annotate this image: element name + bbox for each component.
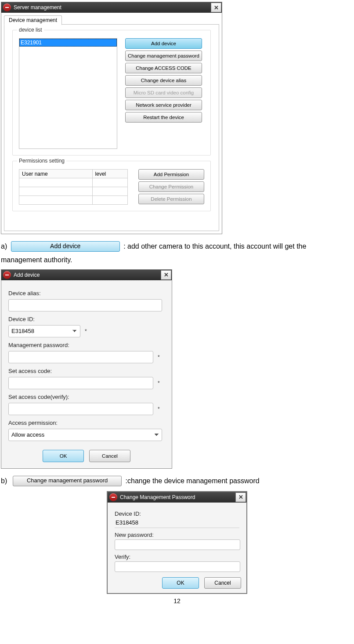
close-icon[interactable]: ✕ xyxy=(235,492,246,502)
close-icon[interactable]: ✕ xyxy=(161,270,171,280)
titlebar: Change Management Password ✕ xyxy=(108,492,246,503)
close-icon[interactable]: ✕ xyxy=(211,3,221,12)
list-marker: b) xyxy=(1,477,7,484)
paragraph-text: : add other camera to this account, this… xyxy=(123,242,306,250)
server-management-window: Server management ✕ Device management de… xyxy=(1,2,222,234)
paragraph-a: a) Add device : add other camera to this… xyxy=(1,239,353,267)
window-title: Add device xyxy=(14,272,161,278)
access-permission-select[interactable]: Allow access xyxy=(8,429,162,441)
group-permissions: Permissions setting User name level Add … xyxy=(12,161,211,211)
label-management-password: Management password: xyxy=(8,342,165,348)
add-permission-button[interactable]: Add Permission xyxy=(138,169,204,180)
titlebar: Server management ✕ xyxy=(1,2,222,13)
ok-button[interactable]: OK xyxy=(162,577,199,589)
table-row xyxy=(19,196,128,205)
network-service-provider-button[interactable]: Network service provider xyxy=(125,100,202,110)
group-device-list: device list E321901 Add device Change ma… xyxy=(12,30,211,156)
group-label: Permissions setting xyxy=(17,158,66,164)
label-device-id: Device ID: xyxy=(8,316,165,322)
device-id-select[interactable]: E318458 xyxy=(8,325,80,337)
app-icon xyxy=(3,271,11,279)
new-password-input[interactable] xyxy=(115,539,240,550)
table-row xyxy=(19,178,128,187)
label-device-alias: Device alias: xyxy=(8,290,165,297)
group-label: device list xyxy=(17,27,44,33)
app-icon xyxy=(109,493,117,501)
required-marker: * xyxy=(85,328,87,334)
micro-sd-config-button: Micro SD card video config xyxy=(125,87,202,98)
change-access-code-button[interactable]: Change ACCESS CODE xyxy=(125,63,202,73)
inline-add-device-button[interactable]: Add device xyxy=(11,241,120,252)
list-marker: a) xyxy=(1,242,7,250)
device-listbox[interactable]: E321901 xyxy=(19,38,117,149)
restart-device-button[interactable]: Restart the device xyxy=(125,112,202,123)
label-new-password: New password: xyxy=(115,532,239,538)
access-code-input[interactable] xyxy=(8,377,153,389)
inline-change-password-button[interactable]: Change management password xyxy=(13,476,122,486)
titlebar: Add device ✕ xyxy=(1,270,172,280)
change-permission-button[interactable]: Change Permission xyxy=(138,181,204,192)
page-number: 12 xyxy=(1,597,353,604)
change-password-dialog: Change Management Password ✕ Device ID: … xyxy=(107,491,247,594)
table-row xyxy=(19,187,128,196)
label-set-access-code-verify: Set access code(verify): xyxy=(8,394,165,400)
access-code-verify-input[interactable] xyxy=(8,403,153,415)
label-set-access-code: Set access code: xyxy=(8,368,165,374)
paragraph-text: :change the device management password xyxy=(126,477,260,484)
permissions-table: User name level xyxy=(19,169,128,205)
delete-permission-button[interactable]: Delete Permission xyxy=(138,194,204,204)
management-password-input[interactable] xyxy=(8,351,153,363)
cancel-button[interactable]: Cancel xyxy=(204,577,241,589)
label-verify: Verify: xyxy=(115,554,239,560)
device-list-item[interactable]: E321901 xyxy=(19,39,117,47)
paragraph-b: b) Change management password :change th… xyxy=(1,474,353,488)
device-id-value: E318458 xyxy=(115,518,239,527)
change-device-alias-button[interactable]: Change device alias xyxy=(125,75,202,86)
required-marker: * xyxy=(158,380,160,386)
cancel-button[interactable]: Cancel xyxy=(89,450,130,462)
add-device-dialog: Add device ✕ Device alias: Device ID: E3… xyxy=(1,269,172,469)
required-marker: * xyxy=(158,354,160,360)
required-marker: * xyxy=(158,406,160,412)
window-title: Server management xyxy=(14,4,211,11)
label-access-permission: Access permission: xyxy=(8,420,165,426)
window-title: Change Management Password xyxy=(120,494,235,500)
add-device-button[interactable]: Add device xyxy=(125,38,202,49)
app-icon xyxy=(3,4,11,11)
paragraph-text: management authority. xyxy=(1,256,72,264)
label-device-id: Device ID: xyxy=(115,510,239,517)
tab-device-management[interactable]: Device management xyxy=(4,15,62,25)
ok-button[interactable]: OK xyxy=(43,450,84,462)
device-alias-input[interactable] xyxy=(8,299,162,311)
column-header-user: User name xyxy=(19,170,93,178)
column-header-level: level xyxy=(92,170,127,178)
change-management-password-button[interactable]: Change management password xyxy=(125,51,202,61)
verify-password-input[interactable] xyxy=(115,561,240,572)
